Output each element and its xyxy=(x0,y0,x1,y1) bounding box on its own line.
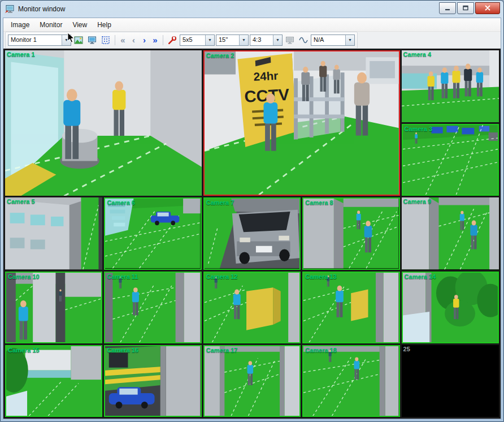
menubar: ImageMonitorViewHelp xyxy=(3,18,501,32)
menu-help[interactable]: Help xyxy=(92,19,116,31)
camera-scene xyxy=(205,199,299,268)
monitor-select[interactable]: Monitor 1 ▼ xyxy=(8,35,71,46)
chevron-down-icon[interactable]: ▼ xyxy=(345,35,354,45)
camera-scene xyxy=(303,273,398,342)
camera-label: Camera 10 xyxy=(8,273,40,280)
camera-scene xyxy=(205,346,299,416)
save-image-button[interactable] xyxy=(72,34,85,46)
display-button[interactable] xyxy=(284,34,296,46)
display-icon xyxy=(285,36,294,45)
camera-label: Camera 7 xyxy=(206,199,234,206)
grid-layout-select[interactable]: 5x5 ▼ xyxy=(180,35,215,46)
camera-scene xyxy=(6,273,101,342)
chevron-down-icon[interactable]: ▼ xyxy=(239,35,248,45)
minimize-icon xyxy=(445,5,450,11)
overlay-select[interactable]: N/A ▼ xyxy=(311,35,355,46)
camera-scene xyxy=(205,273,299,342)
camera-label: 25 xyxy=(403,346,410,352)
camera-cell-camera-17[interactable]: Camera 17 xyxy=(203,345,301,417)
camera-cell-camera-10[interactable]: Camera 10 xyxy=(5,272,102,343)
camera-cell-camera-16[interactable]: Camera 16 xyxy=(104,345,201,417)
maximize-button[interactable] xyxy=(457,2,474,14)
camera-cell-camera-18[interactable]: Camera 18 xyxy=(302,345,399,417)
camera-scene xyxy=(105,199,200,268)
titlebar[interactable]: Monitor window xyxy=(1,1,503,16)
nav-first-button[interactable]: « xyxy=(118,34,128,46)
svg-text:24hr: 24hr xyxy=(253,69,279,83)
camera-scene xyxy=(403,273,498,342)
camera-cell-camera-7[interactable]: Camera 7 xyxy=(203,197,301,269)
camera-label: Camera 17 xyxy=(206,347,238,354)
camera-cell-camera-5[interactable]: Camera 5 xyxy=(5,197,102,269)
camera-cell-25[interactable]: 25 xyxy=(402,345,499,417)
menu-view[interactable]: View xyxy=(67,19,92,31)
camera-label: Camera 12 xyxy=(206,273,238,280)
signal-curve-button[interactable] xyxy=(297,34,310,46)
chevron-down-icon[interactable]: ▼ xyxy=(62,35,71,45)
camera-scene: 24hrCCTV xyxy=(205,51,399,195)
camera-label: Camera 2 xyxy=(206,52,234,59)
screen-size-select[interactable]: 15'' ▼ xyxy=(216,35,249,46)
camera-label: Camera 4 xyxy=(403,51,432,58)
camera-label: Camera 3 xyxy=(405,126,433,132)
wrench-icon xyxy=(168,36,177,45)
camera-label: Camera 9 xyxy=(403,198,432,205)
screen-size-value: 15'' xyxy=(216,35,239,45)
camera-label: Camera 5 xyxy=(7,198,35,205)
camera-scene xyxy=(402,345,499,417)
camera-label: Camera 18 xyxy=(305,347,337,354)
grid-layout-value: 5x5 xyxy=(180,35,205,45)
close-icon xyxy=(485,5,490,11)
camera-scene xyxy=(403,125,498,195)
camera-label: Camera 15 xyxy=(8,347,40,354)
camera-label: Camera 13 xyxy=(305,273,337,280)
toolbar-separator xyxy=(163,35,163,45)
monitor-window: Monitor window ImageMonitorViewHelp Moni… xyxy=(0,0,504,422)
camera-cell-camera-2[interactable]: 24hrCCTVCamera 2 xyxy=(203,50,400,196)
camera-cell-camera-8[interactable]: Camera 8 xyxy=(302,197,399,269)
toolbar: Monitor 1 ▼ xyxy=(3,32,501,49)
aspect-ratio-select[interactable]: 4:3 ▼ xyxy=(250,35,283,46)
camera-scene xyxy=(303,346,398,416)
close-button[interactable] xyxy=(475,2,500,14)
camera-label: Camera 16 xyxy=(107,347,138,354)
aspect-ratio-value: 4:3 xyxy=(250,35,273,45)
open-monitor-button[interactable] xyxy=(86,34,98,46)
camera-cell-camera-4[interactable]: Camera 4 xyxy=(402,50,499,122)
nav-prev-button[interactable]: ‹ xyxy=(129,34,138,46)
camera-cell-camera-11[interactable]: Camera 11 xyxy=(104,272,201,343)
window-title: Monitor window xyxy=(18,5,439,13)
camera-scene xyxy=(5,197,102,269)
camera-scene xyxy=(5,50,202,196)
camera-cell-camera-12[interactable]: Camera 12 xyxy=(203,272,301,343)
camera-cell-camera-1[interactable]: Camera 1 xyxy=(5,50,202,196)
grid-icon xyxy=(101,36,110,45)
camera-cell-camera-6[interactable]: Camera 6 xyxy=(104,197,201,269)
camera-label: Camera 1 xyxy=(7,51,35,58)
image-icon xyxy=(74,36,83,45)
toolbar-panel: Monitor 1 ▼ xyxy=(5,32,358,49)
maximize-icon xyxy=(463,5,468,11)
camera-scene xyxy=(105,273,200,342)
camera-cell-camera-15[interactable]: Camera 15 xyxy=(5,345,102,417)
nav-last-button[interactable]: » xyxy=(150,34,160,46)
camera-label: Camera 6 xyxy=(107,199,135,206)
camera-scene xyxy=(105,346,200,416)
grid-settings-button[interactable] xyxy=(99,34,112,46)
setup-button[interactable] xyxy=(166,34,179,46)
camera-cell-camera-13[interactable]: Camera 13 xyxy=(302,272,399,343)
menu-monitor[interactable]: Monitor xyxy=(34,19,67,31)
camera-cell-camera-9[interactable]: Camera 9 xyxy=(402,197,499,269)
menu-image[interactable]: Image xyxy=(6,19,34,31)
camera-cell-camera-14[interactable]: Camera 14 xyxy=(402,272,499,343)
chevron-down-icon[interactable]: ▼ xyxy=(205,35,214,45)
nav-next-button[interactable]: › xyxy=(140,34,149,46)
wave-icon xyxy=(299,36,308,45)
camera-cell-camera-3[interactable]: Camera 3 xyxy=(402,124,499,196)
camera-label: Camera 14 xyxy=(405,273,436,280)
monitor-select-value: Monitor 1 xyxy=(8,35,62,45)
minimize-button[interactable] xyxy=(439,2,456,14)
camera-scene xyxy=(303,199,398,268)
camera-label: Camera 8 xyxy=(305,199,333,206)
chevron-down-icon[interactable]: ▼ xyxy=(273,35,282,45)
